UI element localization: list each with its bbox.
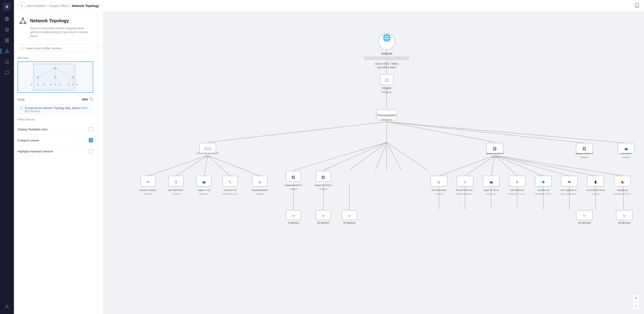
svg-text:Control4: Control4	[435, 193, 443, 195]
search-icon	[20, 46, 24, 50]
svg-rect-5	[6, 41, 7, 42]
appletv-lutuf-node[interactable]: 📺 Apple TV (2) Apple, Inc.	[196, 176, 211, 195]
svg-text:⬜⬜: ⬜⬜	[204, 147, 212, 151]
svg-line-11	[7, 50, 8, 52]
svg-rect-6	[8, 41, 9, 42]
axess-node[interactable]: 🔧 Axess ELITE Dataprobe, Inc.	[222, 176, 238, 195]
svg-text:29 devices: 29 devices	[578, 221, 591, 224]
filter-outdated-links-checkbox[interactable]	[89, 127, 93, 132]
info-text: To improve the Network Topology Map, ple…	[25, 107, 90, 113]
svg-line-65	[387, 142, 428, 170]
svg-text:PR90X: PR90X	[382, 87, 392, 90]
rackroomwap-node[interactable]: 📡 RackRoomWAP Netgear	[252, 176, 268, 195]
netgear-m4250-4-node[interactable]: 🔲 Netgear-M4250-4 Netgear	[486, 143, 504, 158]
svg-point-7	[6, 50, 7, 50]
group-29-devices-right[interactable]: ••• 29 devices	[576, 210, 592, 224]
svg-text:Netgear: Netgear	[256, 193, 264, 195]
panel-collapse-button[interactable]	[97, 12, 103, 314]
app-logo[interactable]: d	[3, 3, 11, 11]
scale-label: Scale	[18, 98, 25, 101]
group-20-devices[interactable]: ••• 20 devices	[316, 210, 331, 224]
breadcrumb-sites-explorer[interactable]: Sites Explorer	[26, 4, 46, 8]
svg-text:29 devices: 29 devices	[343, 221, 356, 224]
zoom-out-button[interactable]: −	[632, 302, 640, 309]
network-topology-icon	[18, 16, 28, 25]
sidebar-item-globe[interactable]	[2, 14, 12, 23]
group-10-devices[interactable]: ••• 10 devices	[616, 210, 632, 224]
svg-line-75	[495, 155, 624, 176]
info-icon	[20, 107, 23, 110]
raspberrypi-node[interactable]: 🍓 raspberryp Raspberry Pi Fo...	[614, 176, 632, 195]
marantz-node[interactable]: AV Marantz SR8012 Marantz	[140, 176, 156, 195]
scale-value: 42%	[82, 98, 88, 101]
page-title-row: Network Topology	[18, 16, 92, 25]
svg-line-64	[387, 142, 402, 170]
netgear-m4250-3-node[interactable]: 🔲 Netgear-M4250-3 Netgear	[576, 143, 593, 158]
svg-text:Marantz: Marantz	[144, 193, 152, 195]
pr90x-node[interactable]: ⬜ PR90X Netgear	[380, 74, 394, 94]
svg-point-38	[31, 84, 32, 85]
svg-line-67	[387, 122, 495, 142]
group-29-devices[interactable]: ••• 29 devices	[342, 210, 357, 224]
control4-node[interactable]: 📋 na6-000FF193... Control4	[168, 176, 184, 195]
svg-text:Dish Technolog...: Dish Technolog...	[561, 193, 578, 195]
page-title: Network Topology	[30, 18, 69, 23]
filter-outdated-links-label: Display Outdated Links	[18, 128, 48, 131]
svg-text:Apple TV 4k #3: Apple TV 4k #3	[484, 189, 499, 191]
svg-text:.domotz.Jan: .domotz.Jan	[537, 189, 550, 191]
svg-text:PrimarySwitch: PrimarySwitch	[377, 114, 396, 117]
svg-text:📺: 📺	[624, 147, 628, 150]
sidebar-item-comment[interactable]	[2, 68, 12, 77]
svg-line-10	[6, 50, 7, 52]
sidebar-item-list[interactable]	[2, 36, 12, 45]
svg-text:Netgear-M4250-3: Netgear-M4250-3	[576, 152, 593, 155]
breadcrumb: Sites Explorer / Draper Office / Network…	[26, 4, 99, 8]
svg-line-59	[208, 155, 260, 176]
group-3-devices[interactable]: ••• 3 devices	[286, 210, 301, 224]
book-icon[interactable]	[634, 3, 640, 9]
svg-text:A4:13:4E:8C:69:B6: A4:13:4E:8C:69:B6	[196, 152, 219, 155]
lgsmarttv-node[interactable]: 📺 LgSmartTV Netgear	[618, 143, 634, 158]
sidebar-item-cube[interactable]	[2, 25, 12, 34]
svg-text:📡: 📡	[258, 180, 262, 184]
svg-text:LgSmartTV: LgSmartTV	[620, 152, 632, 155]
sidebar-item-network[interactable]	[2, 47, 12, 56]
lutuf-node[interactable]: ⬜⬜ A4:13:4E:8C:69:B6 Lutuf	[196, 143, 219, 158]
svg-text:🔲: 🔲	[322, 176, 325, 179]
svg-text:📱: 📱	[594, 180, 597, 184]
svg-text:CARRIER ACCE...: CARRIER ACCE...	[534, 193, 552, 195]
svg-text:Panasonic: Corp...: Panasonic: Corp...	[508, 193, 526, 195]
sidebar-item-bell[interactable]	[2, 58, 12, 67]
filter-highlight-devices-checkbox[interactable]	[89, 149, 93, 154]
filter-collapse-leaves-label: Collapse Leaves	[18, 139, 39, 142]
svg-point-13	[6, 305, 8, 307]
svg-line-70	[491, 155, 495, 176]
svg-text:Raspberry Pi Fo...: Raspberry Pi Fo...	[614, 193, 632, 195]
svg-text:⬜: ⬜	[384, 78, 389, 83]
filter-row-highlight-devices: Highlight Important Devices	[18, 146, 93, 157]
breadcrumb-current: Network Topology	[72, 4, 99, 8]
primary-switch-node[interactable]: PrimarySwitch Netgear	[376, 109, 397, 121]
zoom-controls: + −	[632, 295, 640, 309]
svg-text:Netgear: Netgear	[580, 156, 588, 158]
svg-line-74	[495, 155, 596, 176]
page-subtitle: Domotz's automated network mapping allow…	[30, 27, 92, 38]
svg-text:Netgear: Netgear	[491, 156, 499, 158]
breadcrumb-draper-office[interactable]: Draper Office	[50, 4, 68, 8]
topology-canvas: 🌐 Internet Down 654.7 Mb/s Up 640.6 Mb/s…	[103, 12, 644, 314]
svg-line-57	[204, 155, 208, 176]
body-layout: Network Topology Domotz's automated netw…	[14, 12, 644, 314]
breadcrumb-sep2: /	[70, 4, 70, 8]
back-button[interactable]	[18, 3, 25, 9]
svg-text:🎛: 🎛	[516, 180, 518, 183]
svg-text:📺: 📺	[202, 180, 206, 184]
svg-text:📎: 📎	[463, 180, 466, 184]
sidebar-item-user[interactable]	[2, 302, 12, 311]
svg-text:Internet: Internet	[381, 52, 393, 55]
scale-reset-icon[interactable]	[90, 97, 93, 102]
search-input[interactable]	[26, 47, 90, 50]
svg-line-53	[208, 122, 387, 142]
svg-text:F0:23:B9:E3:09:52: F0:23:B9:E3:09:52	[586, 189, 605, 191]
filter-collapse-leaves-checkbox[interactable]: −	[89, 138, 93, 143]
zoom-in-button[interactable]: +	[632, 295, 640, 302]
